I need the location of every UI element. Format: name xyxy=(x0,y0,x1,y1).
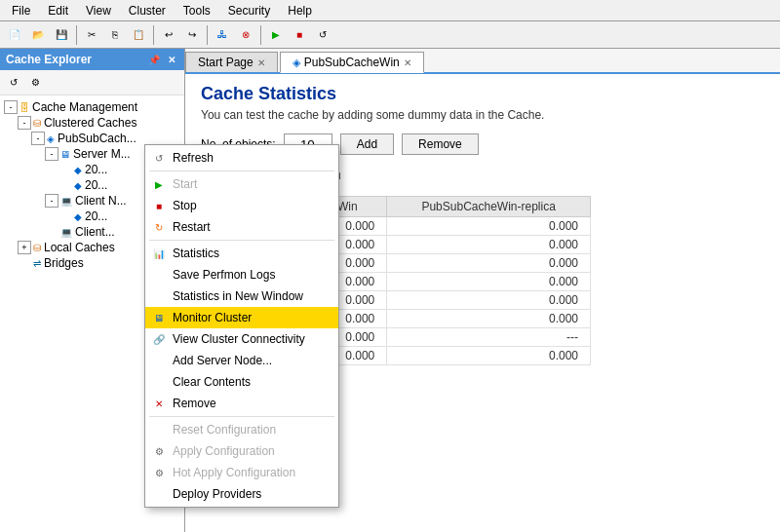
ctx-icon-deploy-providers xyxy=(151,486,167,502)
toolbar-copy[interactable]: ⎘ xyxy=(104,24,126,46)
ctx-item-apply-configuration: ⚙Apply Configuration xyxy=(145,440,338,462)
tab-start-page[interactable]: Start Page ✕ xyxy=(185,52,278,72)
tab-pubsubcachewin-close[interactable]: ✕ xyxy=(404,57,411,68)
row-val2-5: 0.000 xyxy=(387,310,591,328)
toolbar-stop[interactable]: ■ xyxy=(289,24,310,46)
client-n-label: Client N... xyxy=(75,194,127,208)
toolbar-connect[interactable]: 🖧 xyxy=(212,24,233,46)
menu-edit[interactable]: Edit xyxy=(40,2,76,19)
ctx-icon-save-perfmon-logs xyxy=(151,267,167,283)
panel-pin-btn[interactable]: 📌 xyxy=(147,53,161,66)
tab-pubsub-icon: ◈ xyxy=(292,57,300,69)
panel-close-btn[interactable]: ✕ xyxy=(165,53,178,66)
menu-tools[interactable]: Tools xyxy=(176,2,218,19)
toolbar-open[interactable]: 📂 xyxy=(27,24,49,46)
remove-button[interactable]: Remove xyxy=(402,133,479,155)
ctx-item-monitor-cluster[interactable]: 🖥Monitor Cluster xyxy=(145,307,338,328)
page-title: Cache Statistics xyxy=(201,84,764,104)
ctx-icon-restart: ↻ xyxy=(151,219,167,235)
toolbar-disconnect[interactable]: ⊗ xyxy=(235,24,256,46)
ctx-sep-5 xyxy=(149,240,334,241)
ctx-label-deploy-providers: Deploy Providers xyxy=(173,487,261,501)
tab-pubsubcachewin-label: PubSubCacheWin xyxy=(304,56,400,69)
panel-refresh-btn[interactable]: ↺ xyxy=(4,73,23,93)
ctx-item-reset-configuration: Reset Configuration xyxy=(145,419,338,440)
ctx-item-deploy-providers[interactable]: Deploy Providers xyxy=(145,483,338,505)
expand-cache-management[interactable]: - xyxy=(4,100,18,114)
ctx-label-save-perfmon-logs: Save Perfmon Logs xyxy=(173,268,275,282)
tree-node-clustered-caches[interactable]: - ⛁ Clustered Caches xyxy=(0,115,184,131)
ctx-item-statistics[interactable]: 📊Statistics xyxy=(145,243,338,264)
ctx-item-save-perfmon-logs[interactable]: Save Perfmon Logs xyxy=(145,264,338,285)
toolbar-redo[interactable]: ↪ xyxy=(181,24,203,46)
tree-node-cache-management[interactable]: - 🗄 Cache Management xyxy=(0,99,184,115)
menu-file[interactable]: File xyxy=(4,2,38,19)
expand-local-caches[interactable]: + xyxy=(18,241,31,254)
add-button[interactable]: Add xyxy=(340,133,394,155)
ctx-item-view-cluster-connectivity[interactable]: 🔗View Cluster Connectivity xyxy=(145,328,338,350)
toolbar-sep3 xyxy=(207,25,208,45)
expand-pubsub[interactable]: - xyxy=(31,132,45,145)
ctx-icon-view-cluster-connectivity: 🔗 xyxy=(151,331,167,347)
ctx-label-refresh: Refresh xyxy=(173,151,214,165)
ctx-item-refresh[interactable]: ↺Refresh xyxy=(145,147,338,169)
toolbar-paste[interactable]: 📋 xyxy=(128,24,149,46)
ctx-item-add-server-node[interactable]: Add Server Node... xyxy=(145,350,338,371)
ctx-label-stop: Stop xyxy=(173,199,197,212)
ctx-sep-1 xyxy=(149,171,334,171)
pubsub-label: PubSubCach... xyxy=(58,132,136,145)
ctx-item-hot-apply-configuration: ⚙Hot Apply Configuration xyxy=(145,462,338,483)
ctx-icon-apply-configuration: ⚙ xyxy=(151,443,167,459)
ctx-item-clear-contents[interactable]: Clear Contents xyxy=(145,371,338,393)
toolbar-sep4 xyxy=(260,25,261,45)
ctx-icon-clear-contents xyxy=(151,374,167,390)
panel-title: Cache Explorer xyxy=(6,53,92,66)
toolbar-save[interactable]: 💾 xyxy=(51,24,72,46)
menu-cluster[interactable]: Cluster xyxy=(121,2,174,19)
tab-start-page-close[interactable]: ✕ xyxy=(257,57,265,68)
toolbar-undo[interactable]: ↩ xyxy=(158,24,179,46)
menu-help[interactable]: Help xyxy=(280,2,320,19)
server-icon: 🖥 xyxy=(60,149,70,160)
row-val2-4: 0.000 xyxy=(387,291,591,310)
expand-client-n[interactable]: - xyxy=(45,194,58,208)
main-layout: Cache Explorer 📌 ✕ ↺ ⚙ - 🗄 Cache Managem… xyxy=(0,49,780,532)
ctx-label-hot-apply-configuration: Hot Apply Configuration xyxy=(173,466,295,479)
ctx-icon-monitor-cluster: 🖥 xyxy=(151,310,167,325)
tab-pubsubcachewin[interactable]: ◈ PubSubCacheWin ✕ xyxy=(280,52,424,73)
toolbar-new[interactable]: 📄 xyxy=(4,24,25,46)
toolbar-refresh[interactable]: ↺ xyxy=(312,24,333,46)
node-20-1-icon: ◆ xyxy=(74,165,82,175)
col-pubsubcachewin-replica: PubSubCacheWin-replica xyxy=(387,197,591,217)
menu-security[interactable]: Security xyxy=(220,2,278,19)
local-caches-label: Local Caches xyxy=(44,241,115,254)
ctx-item-statistics-new-window[interactable]: Statistics in New Window xyxy=(145,285,338,307)
toolbar-cut[interactable]: ✂ xyxy=(81,24,102,46)
toolbar-start[interactable]: ▶ xyxy=(265,24,287,46)
ctx-label-monitor-cluster: Monitor Cluster xyxy=(173,311,252,324)
node-20-2-label: 20... xyxy=(85,178,107,192)
ctx-icon-statistics-new-window xyxy=(151,288,167,304)
toolbar-sep1 xyxy=(76,25,77,45)
content-description: You can test the cache by adding some du… xyxy=(201,108,764,122)
row-val2-1: 0.000 xyxy=(387,236,591,254)
ctx-icon-remove: ✕ xyxy=(151,396,167,411)
row-val2-0: 0.000 xyxy=(387,217,591,236)
ctx-item-start: ▶Start xyxy=(145,173,338,195)
client-n-icon: 💻 xyxy=(60,196,72,207)
row-val2-3: 0.000 xyxy=(387,273,591,291)
panel-toolbar: ↺ ⚙ xyxy=(0,70,184,95)
menu-view[interactable]: View xyxy=(78,2,119,19)
expand-clustered-caches[interactable]: - xyxy=(18,116,31,130)
expand-server-m[interactable]: - xyxy=(45,147,58,161)
ctx-icon-start: ▶ xyxy=(151,176,167,192)
ctx-label-remove: Remove xyxy=(173,397,216,410)
bridges-label: Bridges xyxy=(44,256,84,270)
ctx-label-statistics: Statistics xyxy=(173,247,219,260)
panel-settings-btn[interactable]: ⚙ xyxy=(25,73,45,93)
ctx-item-stop[interactable]: ■Stop xyxy=(145,195,338,216)
ctx-item-remove[interactable]: ✕Remove xyxy=(145,393,338,414)
context-menu: ↺Refresh▶Start■Stop↻Restart📊StatisticsSa… xyxy=(144,144,339,508)
ctx-item-restart[interactable]: ↻Restart xyxy=(145,216,338,238)
ctx-label-clear-contents: Clear Contents xyxy=(173,375,251,389)
